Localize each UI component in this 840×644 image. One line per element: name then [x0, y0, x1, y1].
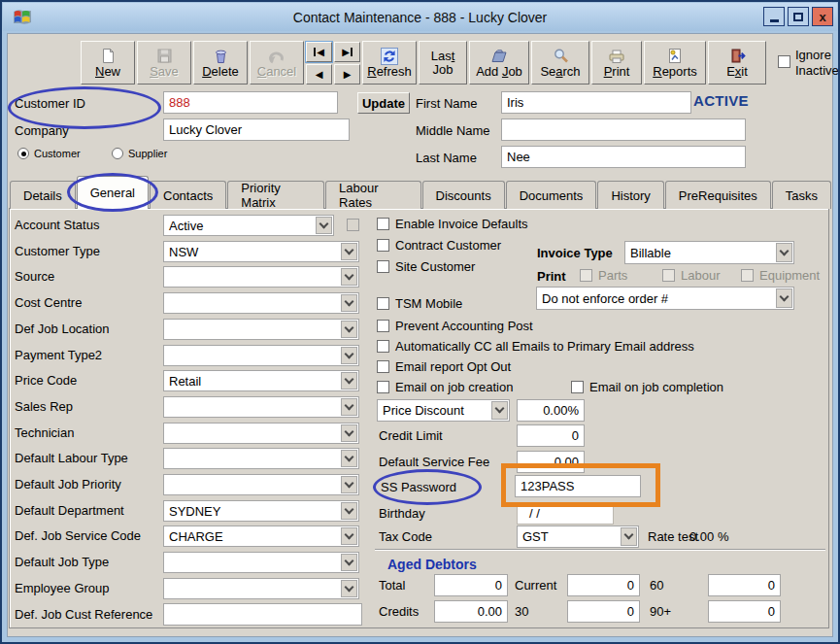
chevron-down-icon[interactable] [341, 347, 357, 364]
ignore-inactive-checkbox-row[interactable]: Ignore Inactive [778, 48, 839, 79]
print-equipment-row[interactable]: Equipment [741, 268, 820, 283]
chevron-down-icon[interactable] [341, 580, 357, 597]
first-record-button[interactable]: ◀ [306, 42, 332, 62]
chevron-down-icon[interactable] [341, 243, 357, 260]
price-code-select[interactable]: Retail [163, 370, 359, 391]
print-button[interactable]: Print [591, 41, 642, 85]
chevron-down-icon[interactable] [776, 243, 792, 262]
refresh-button[interactable]: Refresh [362, 41, 417, 85]
update-button[interactable]: Update [357, 92, 410, 114]
print-equipment-checkbox[interactable] [741, 269, 754, 282]
chevron-down-icon[interactable] [341, 268, 357, 286]
customer-radio-button[interactable] [17, 148, 29, 159]
search-button[interactable]: Search [531, 41, 589, 85]
source-select[interactable] [163, 266, 359, 288]
chevron-down-icon[interactable] [341, 398, 357, 416]
save-button[interactable]: Save [137, 41, 191, 85]
last-name-field[interactable]: Nee [501, 146, 746, 168]
tab-labour-rates[interactable]: Labour Rates [325, 181, 420, 209]
tab-prerequisites[interactable]: PreRequisites [665, 181, 771, 209]
email-on-job-creation-row[interactable]: Email on job creation [377, 380, 513, 394]
email-on-job-completion-row[interactable]: Email on job completion [571, 380, 723, 394]
price-discount-value-field[interactable]: 0.00% [517, 399, 585, 422]
contract-customer-checkbox[interactable] [377, 239, 389, 252]
def-job-location-select[interactable] [163, 319, 359, 340]
site-customer-checkbox[interactable] [377, 260, 389, 273]
price-discount-select[interactable]: Price Discount [377, 399, 510, 422]
order-enforcement-select[interactable]: Do not enforce order # [536, 287, 794, 310]
chevron-down-icon[interactable] [341, 527, 357, 545]
email-on-job-completion-checkbox[interactable] [571, 381, 584, 393]
chevron-down-icon[interactable] [621, 527, 637, 546]
email-on-job-creation-checkbox[interactable] [377, 381, 389, 393]
close-button[interactable]: x [812, 7, 833, 26]
contract-customer-row[interactable]: Contract Customer [377, 238, 501, 253]
ss-password-field[interactable]: 123PASS [515, 475, 641, 497]
company-field[interactable]: Lucky Clover [163, 119, 350, 141]
customer-radio[interactable]: Customer [17, 148, 81, 159]
print-parts-row[interactable]: Parts [580, 268, 627, 283]
sales-rep-select[interactable] [163, 396, 359, 418]
employee-group-select[interactable] [163, 578, 359, 599]
title-bar[interactable]: Contact Maintenance - 888 - Lucky Clover… [3, 3, 837, 31]
site-customer-row[interactable]: Site Customer [377, 259, 475, 274]
payment-type2-select[interactable] [163, 345, 359, 366]
default-job-type-select[interactable] [163, 552, 359, 573]
tab-tasks[interactable]: Tasks [772, 181, 831, 209]
auto-cc-checkbox[interactable] [377, 340, 389, 353]
reports-button[interactable]: Reports [644, 41, 706, 85]
prevent-accounting-post-checkbox[interactable] [377, 320, 389, 332]
chevron-down-icon[interactable] [316, 217, 332, 234]
ignore-inactive-checkbox[interactable] [778, 55, 790, 68]
chevron-down-icon[interactable] [776, 288, 792, 308]
exit-button[interactable]: Exit [708, 41, 766, 85]
default-service-fee-field[interactable]: 0.00 [517, 451, 585, 473]
maximize-button[interactable] [788, 7, 809, 26]
last-job-button[interactable]: Last Job [419, 41, 467, 85]
tab-history[interactable]: History [597, 181, 663, 209]
print-parts-checkbox[interactable] [580, 269, 592, 282]
print-labour-row[interactable]: Labour [662, 268, 720, 283]
tax-code-select[interactable]: GST [517, 525, 639, 548]
print-labour-checkbox[interactable] [662, 269, 675, 282]
default-labour-type-select[interactable] [163, 448, 359, 469]
next-record-button[interactable]: ▶ [334, 64, 360, 85]
delete-button[interactable]: Delete [193, 41, 248, 85]
chevron-down-icon[interactable] [341, 476, 357, 493]
chevron-down-icon[interactable] [341, 554, 357, 571]
default-department-select[interactable]: SYDNEY [163, 500, 359, 522]
chevron-down-icon[interactable] [341, 502, 357, 520]
customer-id-field[interactable]: 888 [163, 91, 338, 114]
last-record-button[interactable]: ▶ [334, 42, 360, 62]
add-job-button[interactable]: Add Job [469, 41, 529, 85]
tab-documents[interactable]: Documents [506, 181, 597, 209]
birthday-field[interactable]: / / [517, 502, 614, 525]
auto-cc-row[interactable]: Automatically CC all Emails to Primary E… [377, 339, 694, 354]
chevron-down-icon[interactable] [341, 372, 357, 390]
email-report-opt-out-checkbox[interactable] [377, 360, 389, 373]
first-name-field[interactable]: Iris [501, 91, 691, 114]
chevron-down-icon[interactable] [491, 401, 508, 420]
cancel-button[interactable]: Cancel [250, 41, 304, 85]
chevron-down-icon[interactable] [341, 321, 357, 338]
previous-record-button[interactable]: ◀ [306, 64, 332, 85]
credit-limit-field[interactable]: 0 [517, 424, 585, 447]
account-status-checkbox[interactable] [347, 219, 359, 231]
new-button[interactable]: New [81, 41, 135, 85]
tsm-mobile-row[interactable]: TSM Mobile [377, 296, 462, 311]
cost-centre-select[interactable] [163, 292, 359, 314]
tab-discounts[interactable]: Discounts [422, 181, 505, 209]
tab-details[interactable]: Details [10, 181, 76, 209]
tab-contacts[interactable]: Contacts [150, 181, 226, 209]
customer-type-select[interactable]: NSW [163, 241, 359, 262]
tab-general[interactable]: General [77, 176, 149, 209]
invoice-type-select[interactable]: Billable [624, 241, 794, 264]
chevron-down-icon[interactable] [341, 450, 357, 467]
tab-priority-matrix[interactable]: Priority Matrix [227, 181, 324, 209]
middle-name-field[interactable] [501, 119, 746, 141]
enable-invoice-defaults-checkbox[interactable] [377, 218, 389, 230]
technician-select[interactable] [163, 423, 359, 444]
email-report-opt-out-row[interactable]: Email report Opt Out [377, 359, 511, 374]
supplier-radio[interactable]: Supplier [112, 148, 167, 159]
account-status-select[interactable]: Active [163, 215, 334, 236]
